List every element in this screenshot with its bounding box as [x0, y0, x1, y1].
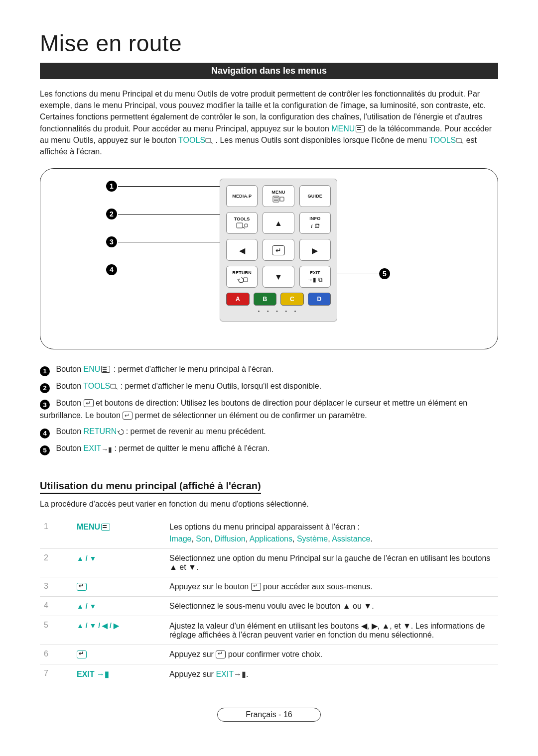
- marker-2: 2: [106, 209, 117, 219]
- steps-table: 1MENULes options du menu principal appar…: [40, 518, 498, 684]
- remote-up-button[interactable]: ▲: [263, 212, 294, 234]
- explain-row-1: 1 Bouton ENU : permet d'afficher le menu…: [40, 363, 498, 376]
- step-description: Appuyez sur le bouton pour accéder aux s…: [165, 577, 498, 596]
- menu-icon: [101, 524, 110, 531]
- remote-down-button[interactable]: ▼: [263, 266, 294, 288]
- menu-option-link: Son: [196, 535, 210, 543]
- tools-icon: [110, 381, 118, 387]
- direction-symbols: ▲ / ▼: [77, 602, 96, 610]
- step-number: 2: [40, 548, 73, 577]
- remote-color-d-button[interactable]: D: [308, 293, 331, 306]
- remote-left-button[interactable]: ◀: [226, 239, 258, 261]
- tools-keyword: TOOLS: [83, 382, 110, 390]
- subsection-heading: Utilisation du menu principal (affiché à…: [40, 480, 261, 494]
- step-key: MENU: [73, 518, 165, 549]
- leader-line: [118, 186, 220, 187]
- step-number: 6: [40, 645, 73, 664]
- remote-return-button[interactable]: RETURN: [226, 266, 258, 288]
- page-title: Mise en route: [40, 30, 498, 57]
- remote-info-button[interactable]: INFO i ⧉: [299, 212, 331, 234]
- menu-icon: [356, 125, 365, 132]
- exit-keyword: EXIT: [84, 444, 102, 452]
- step-description: Appuyez sur pour confirmer votre choix.: [165, 645, 498, 664]
- page-number-pill: Français - 16: [217, 708, 320, 722]
- remote-tools-button[interactable]: TOOLS: [226, 212, 258, 234]
- step-description: Ajustez la valeur d'un élément en utilis…: [165, 616, 498, 645]
- remote-exit-button[interactable]: EXIT →▮ ⧉: [299, 266, 331, 288]
- text: : permet de quitter le menu affiché à l'…: [112, 444, 269, 452]
- subsection-paragraph: La procédure d'accès peut varier en fonc…: [40, 500, 498, 509]
- explain-row-3: 3 Bouton et boutons de direction: Utilis…: [40, 397, 498, 422]
- marker-5: 5: [379, 268, 390, 279]
- intro-paragraph: Les fonctions du menu Principal et du me…: [40, 88, 498, 157]
- triangle-right-icon: ▶: [312, 246, 318, 255]
- exit-icon: →▮: [97, 670, 109, 678]
- num-badge: 5: [40, 445, 50, 455]
- step-number: 5: [40, 616, 73, 645]
- menu-option-link: Image: [169, 535, 191, 543]
- svg-rect-7: [237, 223, 243, 228]
- leader-line: [118, 214, 220, 215]
- table-row: 2▲ / ▼Sélectionnez une option du menu Pr…: [40, 548, 498, 577]
- svg-rect-1: [456, 138, 461, 142]
- button-label: INFO: [309, 216, 320, 221]
- text: Bouton: [56, 444, 83, 452]
- step-key: EXIT →▮: [73, 664, 165, 684]
- enter-icon: [77, 650, 87, 658]
- exit-icon: →▮: [101, 444, 112, 455]
- explain-row-5: 5 Bouton EXIT→▮ : permet de quitter le m…: [40, 442, 498, 455]
- section-header: Navigation dans les menus: [40, 63, 498, 79]
- tools-icon: [456, 135, 464, 141]
- svg-rect-0: [206, 138, 211, 142]
- intro-text-c: . Les menus Outils sont disponibles lors…: [216, 136, 429, 144]
- step-description: Sélectionnez une option du menu Principa…: [165, 548, 498, 577]
- step-description: Sélectionnez le sous-menu voulu avec le …: [165, 596, 498, 616]
- enter-icon: [251, 583, 261, 591]
- table-row: 5▲ / ▼ / ◀ / ▶Ajustez la valeur d'un élé…: [40, 616, 498, 645]
- remote-guide-button[interactable]: GUIDE: [299, 185, 331, 207]
- num-badge: 1: [40, 366, 50, 376]
- enter-icon: ↵: [272, 245, 285, 255]
- enu-keyword: ENU: [84, 365, 101, 373]
- tools-icon: [236, 222, 248, 229]
- text: : permet d'afficher le menu Outils, lors…: [118, 382, 321, 390]
- leader-line: [118, 242, 220, 242]
- decorative-dots: • • • • •: [226, 309, 331, 314]
- step-number: 4: [40, 596, 73, 616]
- table-row: 3Appuyez sur le bouton pour accéder aux …: [40, 577, 498, 596]
- button-label: EXIT: [310, 270, 320, 275]
- return-icon: [117, 427, 124, 433]
- direction-symbols-inline: ▲ ou ▼: [343, 602, 372, 610]
- table-row: 7EXIT →▮Appuyez sur EXIT→▮.: [40, 664, 498, 684]
- svg-rect-8: [245, 224, 248, 227]
- remote-color-a-button[interactable]: A: [226, 293, 250, 306]
- button-label: GUIDE: [308, 194, 323, 199]
- return-icon: [236, 276, 248, 283]
- menu-icon: [272, 196, 284, 203]
- button-label: MEDIA.P: [232, 194, 252, 199]
- direction-symbols-inline: ◀, ▶, ▲, et ▼: [361, 622, 411, 630]
- button-label: MENU: [271, 190, 285, 195]
- step-key: [73, 645, 165, 664]
- text: Bouton: [56, 399, 83, 407]
- triangle-left-icon: ◀: [239, 246, 245, 255]
- remote-color-c-button[interactable]: C: [280, 293, 304, 306]
- enter-icon: [84, 399, 94, 407]
- marker-4: 4: [106, 264, 117, 275]
- table-row: 6Appuyez sur pour confirmer votre choix.: [40, 645, 498, 664]
- svg-rect-10: [111, 384, 116, 388]
- step-number: 7: [40, 664, 73, 684]
- step-number: 1: [40, 518, 73, 549]
- step-key: ▲ / ▼: [73, 548, 165, 577]
- remote-color-b-button[interactable]: B: [254, 293, 277, 306]
- info-icon: i ⧉: [311, 222, 319, 230]
- remote-mediap-button[interactable]: MEDIA.P: [226, 185, 258, 207]
- menu-option-link: Diffusion: [215, 535, 246, 543]
- button-label: TOOLS: [234, 216, 250, 221]
- svg-rect-9: [244, 278, 248, 282]
- remote-diagram-frame: 1 2 3 4 5 MEDIA.P MENU: [40, 168, 498, 349]
- leader-line: [118, 270, 220, 270]
- remote-menu-button[interactable]: MENU: [263, 185, 294, 207]
- remote-right-button[interactable]: ▶: [299, 239, 331, 261]
- remote-enter-button[interactable]: ↵: [263, 239, 294, 261]
